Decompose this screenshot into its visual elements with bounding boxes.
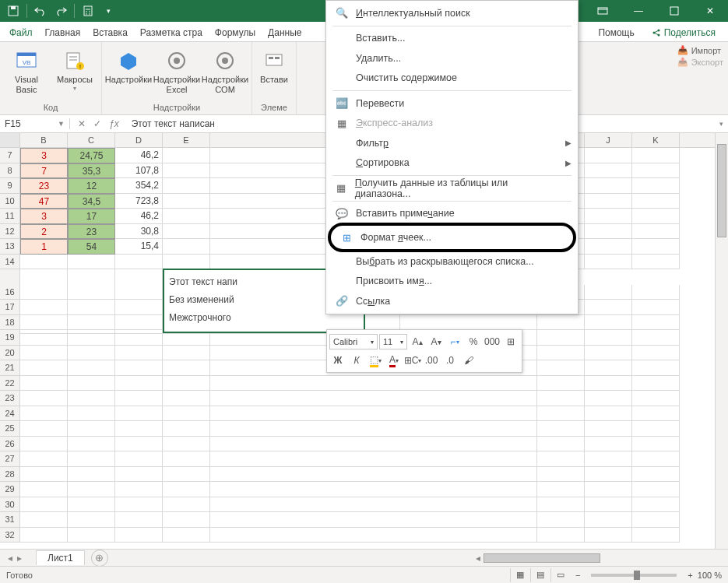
cell[interactable] (163, 528, 210, 543)
cell[interactable] (632, 406, 680, 422)
customize-qat-icon[interactable]: ▾ (100, 2, 117, 19)
italic-button[interactable]: К (348, 352, 365, 369)
ctx-clear[interactable]: Очистить содержимое (326, 68, 578, 89)
cell[interactable] (20, 528, 68, 543)
share-button[interactable]: Поделиться (645, 24, 722, 41)
cell[interactable] (632, 451, 680, 467)
cell[interactable] (115, 406, 163, 422)
accounting-format-button[interactable]: ⌐▾ (446, 333, 463, 350)
row-header[interactable]: 14 (0, 255, 20, 270)
cell[interactable] (632, 421, 680, 437)
sheet-prev-icon[interactable]: ◂ (8, 553, 12, 564)
cell[interactable]: 3 (20, 148, 68, 163)
cell[interactable] (163, 406, 210, 422)
cell[interactable] (632, 239, 680, 255)
close-button[interactable]: ✕ (692, 0, 728, 22)
cell[interactable] (585, 239, 632, 255)
cell[interactable] (585, 315, 632, 331)
zoom-out-button[interactable]: − (571, 571, 585, 580)
cell[interactable] (68, 421, 115, 437)
cell[interactable] (632, 497, 680, 513)
cell[interactable] (20, 512, 68, 528)
cell[interactable] (163, 360, 210, 376)
cell[interactable] (68, 300, 115, 315)
name-box[interactable]: F15 ▼ (0, 118, 70, 129)
row-header[interactable]: 22 (0, 376, 20, 392)
cell[interactable] (585, 528, 632, 543)
cell[interactable]: 7 (20, 163, 68, 179)
cell[interactable] (210, 376, 537, 392)
export-button[interactable]: 📤Экспорт (677, 57, 723, 67)
horizontal-scrollbar[interactable]: ◂ (473, 553, 714, 564)
cell[interactable]: 354,2 (115, 178, 163, 194)
cell[interactable] (163, 209, 210, 224)
cell[interactable] (163, 391, 210, 406)
cell[interactable]: 54 (68, 239, 115, 255)
cell[interactable] (115, 451, 163, 467)
row-header[interactable]: 29 (0, 482, 20, 497)
cell[interactable]: 15,4 (115, 239, 163, 255)
cell[interactable] (632, 178, 680, 194)
cell[interactable] (115, 346, 163, 361)
cell[interactable] (20, 376, 68, 392)
cell[interactable] (163, 467, 210, 483)
normal-view-button[interactable]: ▦ (510, 568, 530, 582)
cell[interactable] (585, 163, 632, 179)
cell[interactable] (163, 497, 210, 513)
row-header[interactable]: 10 (0, 194, 20, 209)
cell[interactable] (68, 467, 115, 483)
tab-home[interactable]: Главная (39, 24, 87, 41)
row-header[interactable]: 18 (0, 315, 20, 331)
cell[interactable]: 30,8 (115, 224, 163, 240)
cell[interactable]: 723,8 (115, 194, 163, 209)
cell[interactable] (163, 482, 210, 497)
cell[interactable] (632, 346, 680, 361)
cell[interactable] (115, 421, 163, 437)
cell[interactable] (68, 376, 115, 392)
cell[interactable] (632, 437, 680, 452)
zoom-in-button[interactable]: + (683, 571, 697, 580)
cell[interactable] (115, 300, 163, 315)
cell[interactable] (632, 376, 680, 392)
comma-style-button[interactable]: 000 (484, 333, 501, 350)
macros-button[interactable]: ! Макросы ▾ (53, 45, 97, 92)
cell[interactable] (163, 255, 210, 270)
cell[interactable] (20, 255, 68, 270)
ctx-sort[interactable]: Сортировка▶ (326, 153, 578, 174)
cell[interactable] (115, 512, 163, 528)
import-button[interactable]: 📥Импорт (677, 45, 723, 55)
ctx-translate[interactable]: 🔤Перевести (326, 93, 578, 114)
row-header[interactable]: 31 (0, 512, 20, 528)
cell[interactable] (68, 482, 115, 497)
row-header[interactable]: 30 (0, 497, 20, 513)
cell[interactable] (115, 330, 163, 346)
cell[interactable] (585, 285, 632, 300)
cell[interactable] (163, 194, 210, 209)
cell[interactable] (632, 209, 680, 224)
cell[interactable] (20, 467, 68, 483)
cell[interactable] (68, 528, 115, 543)
cell[interactable] (585, 255, 632, 270)
col-header[interactable]: J (585, 133, 632, 147)
vertical-scrollbar[interactable] (715, 133, 728, 549)
cell[interactable] (20, 391, 68, 406)
cell[interactable] (68, 451, 115, 467)
cell[interactable] (163, 376, 210, 392)
cell[interactable] (20, 406, 68, 422)
cell[interactable]: 3 (20, 209, 68, 224)
cell[interactable] (537, 512, 585, 528)
cell[interactable]: 24,75 (68, 148, 115, 163)
cell[interactable] (115, 315, 163, 331)
sheet-tab[interactable]: Лист1 (36, 550, 85, 565)
visual-basic-button[interactable]: VB Visual Basic (5, 45, 48, 94)
maximize-button[interactable] (656, 0, 692, 22)
ribbon-display-icon[interactable] (585, 0, 621, 22)
cell[interactable] (632, 285, 680, 300)
save-icon[interactable] (5, 2, 22, 19)
cell[interactable] (210, 406, 537, 422)
cell[interactable] (537, 406, 585, 422)
cell[interactable] (20, 300, 68, 315)
cell[interactable] (632, 391, 680, 406)
col-header[interactable]: D (115, 133, 163, 147)
cell[interactable]: 34,5 (68, 194, 115, 209)
